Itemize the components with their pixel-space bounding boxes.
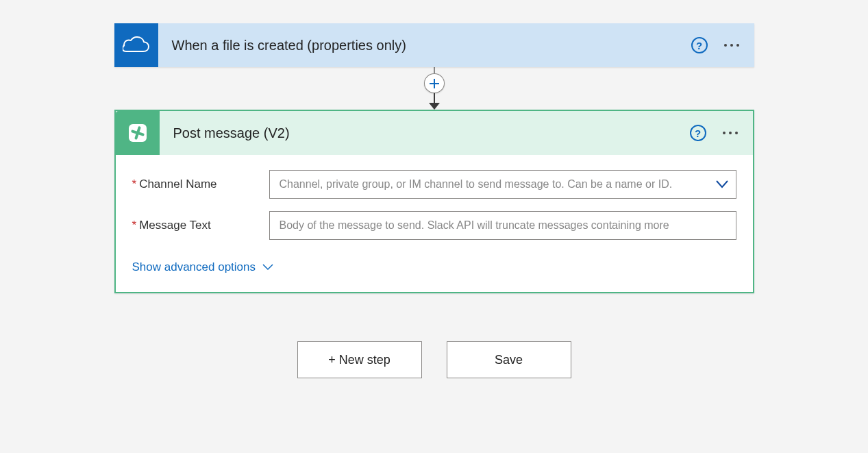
connector (424, 67, 445, 110)
onedrive-icon (114, 23, 158, 67)
trigger-card[interactable]: When a file is created (properties only)… (114, 23, 754, 67)
trigger-card-header[interactable]: When a file is created (properties only)… (114, 23, 754, 67)
help-icon[interactable]: ? (691, 37, 708, 53)
message-text-row: Message Text (132, 211, 736, 240)
more-icon[interactable] (723, 132, 738, 134)
channel-name-row: Channel Name (132, 170, 736, 199)
save-button[interactable]: Save (447, 341, 571, 378)
advanced-options-label: Show advanced options (132, 260, 256, 274)
trigger-title: When a file is created (properties only) (172, 38, 691, 53)
action-card: Post message (V2) ? Channel Name Message… (114, 110, 754, 293)
plus-icon (430, 79, 439, 88)
flow-designer-canvas: When a file is created (properties only)… (0, 0, 868, 453)
message-text-input[interactable] (269, 211, 736, 240)
slack-icon (116, 111, 160, 155)
chevron-down-icon (262, 264, 273, 271)
action-card-body: Channel Name Message Text Show advanced … (116, 155, 753, 292)
add-step-button[interactable] (424, 73, 445, 93)
more-icon[interactable] (724, 44, 739, 47)
message-text-label: Message Text (132, 219, 269, 232)
channel-name-label: Channel Name (132, 177, 269, 191)
new-step-button[interactable]: + New step (297, 341, 422, 378)
footer-buttons: + New step Save (297, 341, 571, 378)
help-icon[interactable]: ? (690, 125, 706, 141)
channel-name-input[interactable] (269, 170, 736, 199)
action-card-header[interactable]: Post message (V2) ? (116, 111, 753, 155)
show-advanced-options[interactable]: Show advanced options (132, 260, 274, 274)
action-title: Post message (V2) (173, 125, 690, 141)
